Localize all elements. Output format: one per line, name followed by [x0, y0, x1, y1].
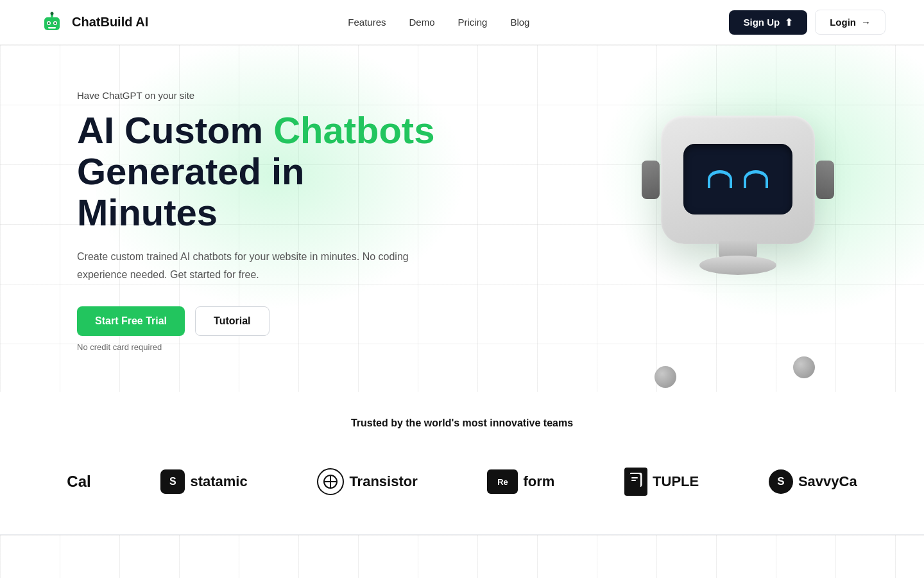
savvyca-icon: S: [769, 469, 793, 494]
trusted-title: Trusted by the world's most innovative t…: [38, 417, 886, 429]
nav-demo[interactable]: Demo: [409, 17, 435, 28]
trusted-section: Trusted by the world's most innovative t…: [0, 392, 924, 468]
tuple-label: TUPLE: [653, 473, 699, 490]
signup-button[interactable]: Sign Up ⬆: [729, 10, 807, 35]
logo-savvyca: S SavvyCa: [769, 469, 857, 494]
hero-buttons: Start Free Trial Tutorial: [77, 306, 436, 336]
signup-icon: ⬆: [785, 17, 793, 28]
hero-section: Have ChatGPT on your site AI Custom Chat…: [0, 45, 924, 392]
hero-title: AI Custom Chatbots Generated in Minutes: [77, 110, 436, 232]
logo-statamic: S statamic: [160, 469, 247, 494]
nav-blog[interactable]: Blog: [510, 17, 529, 28]
svg-point-5: [55, 22, 56, 24]
logo[interactable]: ChatBuild AI: [38, 9, 148, 36]
login-icon: →: [861, 17, 871, 28]
hero-title-line2: Generated in Minutes: [77, 150, 305, 233]
reform-label: form: [523, 473, 554, 490]
transistor-label: Transistor: [349, 473, 417, 490]
login-button[interactable]: Login →: [815, 10, 886, 35]
svg-rect-14: [631, 477, 638, 478]
svg-point-7: [51, 12, 54, 15]
svg-point-4: [48, 22, 50, 24]
nav-pricing[interactable]: Pricing: [458, 17, 488, 28]
navbar: ChatBuild AI Features Demo Pricing Blog …: [0, 0, 924, 45]
no-credit-card-text: No credit card required: [77, 342, 436, 352]
transistor-icon: [317, 468, 344, 495]
savvyca-label: SavvyCa: [798, 473, 857, 490]
logo-reform: Re form: [487, 469, 554, 494]
robot-head: [661, 116, 815, 244]
logo-cal: Cal: [67, 473, 90, 491]
bottom-grid-section: [0, 534, 924, 578]
robot-body: [642, 116, 834, 315]
cal-logo-text: Cal: [67, 473, 90, 491]
reform-icon: Re: [487, 469, 518, 494]
logo-tuple: TUPLE: [624, 468, 699, 496]
logo-transistor: Transistor: [317, 468, 417, 495]
statamic-label: statamic: [190, 473, 247, 490]
hero-description: Create custom trained AI chatbots for yo…: [77, 248, 411, 283]
hero-content: Have ChatGPT on your site AI Custom Chat…: [0, 45, 436, 390]
nav-links: Features Demo Pricing Blog: [348, 17, 529, 28]
start-trial-button[interactable]: Start Free Trial: [77, 306, 185, 336]
tutorial-button[interactable]: Tutorial: [195, 306, 269, 336]
statamic-icon: S: [160, 469, 185, 494]
hero-robot-illustration: [616, 77, 860, 353]
logo-text: ChatBuild AI: [72, 15, 148, 30]
robot-screen: [683, 144, 792, 215]
robot-ball-right: [793, 356, 815, 378]
robot-torso-base: [699, 256, 776, 275]
robot-ball-left: [654, 366, 676, 388]
robot-eye-right: [744, 170, 768, 188]
logos-row: Cal S statamic Transistor Re form TUP: [0, 468, 924, 534]
svg-rect-15: [631, 480, 636, 481]
robot-ear-left: [642, 161, 660, 199]
robot-ear-right: [816, 161, 834, 199]
nav-actions: Sign Up ⬆ Login →: [729, 10, 886, 35]
svg-rect-8: [48, 27, 56, 29]
hero-title-plain: AI Custom: [77, 109, 273, 151]
tuple-icon: [624, 468, 647, 496]
logo-icon: [38, 9, 65, 36]
hero-title-green: Chatbots: [273, 109, 434, 151]
hero-eyebrow: Have ChatGPT on your site: [77, 90, 436, 101]
robot-eye-left: [708, 170, 732, 188]
nav-features[interactable]: Features: [348, 17, 386, 28]
